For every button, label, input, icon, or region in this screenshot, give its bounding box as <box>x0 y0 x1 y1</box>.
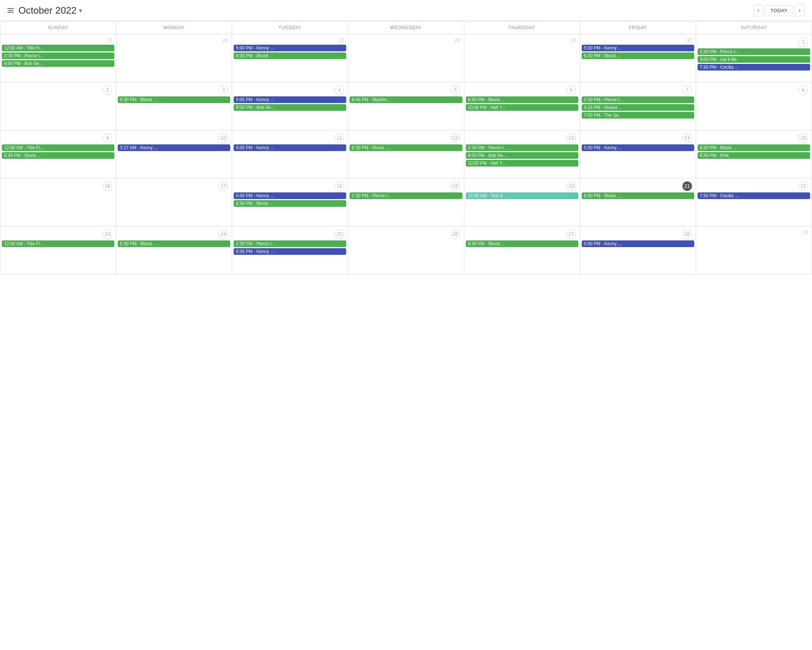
calendar-header-row: SUNDAYMONDAYTUESDAYWEDNESDAYTHURSDAYFRID… <box>0 21 812 34</box>
day-number-circle: 5 <box>451 85 460 95</box>
day-number-circle: 13 <box>566 133 576 143</box>
calendar-cell: 29 <box>464 34 580 83</box>
day-number: 7 <box>582 84 694 96</box>
day-number-circle: 27 <box>566 229 576 239</box>
calendar-event[interactable]: 12:00 AM - Title Fi... <box>2 240 114 247</box>
calendar-event[interactable]: 6:30 PM - Blood ... <box>466 240 578 247</box>
calendar-event[interactable]: 5:00 PM - Kenny ... <box>234 193 346 199</box>
day-number: 20 <box>466 180 578 193</box>
calendar-cell: 145:00 PM - Kenny ... <box>580 130 696 178</box>
dow-header-sunday: SUNDAY <box>0 21 116 34</box>
calendar-cell: 26 <box>348 226 464 274</box>
next-button[interactable]: › <box>795 5 804 16</box>
calendar-cell: 29 <box>696 226 812 274</box>
calendar-cell: 28 <box>348 34 464 83</box>
calendar-event[interactable]: 7:30 PM - Cecilia ... <box>698 193 810 199</box>
calendar-event[interactable]: 8:00 PM - Bob Se... <box>466 152 578 159</box>
calendar-event[interactable]: 2:30 PM - Pierce t... <box>582 96 694 103</box>
filter-icon[interactable] <box>8 8 14 12</box>
calendar-event[interactable]: 12:00 AM - Test S... <box>466 193 578 199</box>
calendar-event[interactable]: 8:00 PM - Bob Se... <box>2 60 114 67</box>
day-number: 1 <box>698 36 810 48</box>
calendar-cell: 132:30 PM - Pierce t...8:00 PM - Bob Se.… <box>464 130 580 178</box>
calendar-event[interactable]: 12:00 AM - Title Fi... <box>2 144 114 151</box>
calendar-event[interactable]: 5:00 PM - Kenny ... <box>234 144 346 151</box>
day-number-circle: 20 <box>566 181 576 191</box>
calendar-event[interactable]: 8:00 PM - Bob Se... <box>234 104 346 111</box>
day-number-circle: 2 <box>102 85 112 95</box>
calendar-event[interactable]: 6:30 PM - Blood ... <box>118 240 230 247</box>
calendar-event[interactable]: 6:30 PM - Blood ... <box>698 144 810 151</box>
day-number: 16 <box>2 180 114 193</box>
dow-header-monday: MONDAY <box>116 21 232 34</box>
calendar-event[interactable]: 2:30 PM - Pierce t... <box>350 193 462 199</box>
calendar-cell: 2012:00 AM - Test S... <box>464 178 580 226</box>
calendar-event[interactable]: 10:00 PM - Neil Y... <box>466 160 578 167</box>
day-number-circle: 10 <box>218 133 228 143</box>
calendar-event[interactable]: 6:30 PM - Blood ... <box>582 52 694 59</box>
day-number: 26 <box>118 36 230 45</box>
calendar-event[interactable]: 8:30 PM - Pink <box>698 152 810 159</box>
prev-button[interactable]: ‹ <box>753 5 763 16</box>
calendar-event[interactable]: 6:30 PM - Blood ... <box>234 52 346 59</box>
calendar-event[interactable]: 6:30 PM - Blood ... <box>582 193 694 199</box>
calendar-cell: 8 <box>696 83 812 130</box>
dropdown-arrow-icon[interactable]: ▾ <box>79 7 82 14</box>
calendar-event[interactable]: 2:30 PM - Pierce t... <box>698 48 810 55</box>
month-title-text: October 2022 <box>18 5 77 16</box>
day-number: 27 <box>234 36 346 45</box>
day-number: 18 <box>234 180 346 193</box>
calendar-event[interactable]: 2:30 PM - Pierce t... <box>466 144 578 151</box>
calendar-event[interactable]: 6:30 PM - Blood ... <box>2 152 114 159</box>
today-badge: 21 <box>682 181 692 191</box>
calendar-cell: 2512:00 AM - Title Fi...2:30 PM - Pierce… <box>0 34 116 83</box>
day-number: 3 <box>118 84 230 96</box>
calendar-event[interactable]: 6:30 PM - Blood ... <box>466 96 578 103</box>
calendar-event[interactable]: 6:30 PM - Blood ... <box>118 96 230 103</box>
day-number: 28 <box>350 36 462 45</box>
calendar-event[interactable]: 5:00 PM - Kenny ... <box>234 45 346 51</box>
calendar-event[interactable]: 5:00 PM - Kenny ... <box>582 45 694 51</box>
calendar-event[interactable]: 5:00 PM - Kenny ... <box>582 144 694 151</box>
calendar-cell: 192:30 PM - Pierce t... <box>348 178 464 226</box>
calendar-event[interactable]: 7:30 PM - Cecilia ... <box>698 64 810 70</box>
calendar-event[interactable]: 5:00 PM - Kenny ... <box>234 248 346 255</box>
calendar-cell: 58:45 PM - Machin... <box>348 83 464 130</box>
week-row-4: 2312:00 AM - Title Fi...246:30 PM - Bloo… <box>0 226 812 274</box>
calendar-event[interactable]: 5:00 PM - Kenny ... <box>582 240 694 247</box>
day-number: 29 <box>698 228 810 237</box>
calendar-event[interactable]: 12:00 AM - Title Fi... <box>2 45 114 51</box>
calendar-cell: 105:27 AM - Kenny ... <box>116 130 232 178</box>
calendar-event[interactable]: 4:15 PM - Modos ... <box>582 104 694 111</box>
day-number: 13 <box>466 132 578 144</box>
calendar-event[interactable]: 6:30 PM - Blood ... <box>234 200 346 207</box>
calendar-event[interactable]: 8:45 PM - Machin... <box>350 96 462 103</box>
day-number-circle: 6 <box>566 85 576 95</box>
month-title: October 2022 ▾ <box>18 5 82 16</box>
calendar-event[interactable]: 10:00 PM - Neil Y... <box>466 104 578 111</box>
dow-header-thursday: THURSDAY <box>464 21 580 34</box>
calendar-cell: 115:00 PM - Kenny ... <box>232 130 348 178</box>
calendar-cell: 912:00 AM - Title Fi...6:30 PM - Blood .… <box>0 130 116 178</box>
calendar-cell: 305:00 PM - Kenny ...6:30 PM - Blood ... <box>580 34 696 83</box>
calendar-event[interactable]: 5:00 PM - Kenny ... <box>234 96 346 103</box>
calendar-cell: 72:30 PM - Pierce t...4:15 PM - Modos ..… <box>580 83 696 130</box>
day-number: 17 <box>118 180 230 193</box>
day-number-circle: 15 <box>798 133 808 143</box>
calendar-event[interactable]: 3:00 PM - Let It Be <box>698 56 810 63</box>
day-number-circle: 4 <box>334 85 344 95</box>
calendar-cell: 216:30 PM - Blood ... <box>580 178 696 226</box>
calendar-cell: 126:30 PM - Blood ... <box>348 130 464 178</box>
day-number: 11 <box>234 132 346 144</box>
calendar-event[interactable]: 2:30 PM - Pierce t... <box>234 240 346 247</box>
calendar-cell: 246:30 PM - Blood ... <box>116 226 232 274</box>
day-number: 19 <box>350 180 462 193</box>
calendar-event[interactable]: 6:30 PM - Blood ... <box>350 144 462 151</box>
calendar-event[interactable]: 2:30 PM - Pierce t... <box>2 52 114 59</box>
day-number: 24 <box>118 228 230 240</box>
calendar-event[interactable]: 7:00 PM - The Sa... <box>582 112 694 119</box>
day-number-circle: 9 <box>102 133 112 143</box>
today-button[interactable]: TODAY <box>765 5 793 16</box>
calendar-cell: 66:30 PM - Blood ...10:00 PM - Neil Y... <box>464 83 580 130</box>
calendar-event[interactable]: 5:27 AM - Kenny ... <box>118 144 230 151</box>
